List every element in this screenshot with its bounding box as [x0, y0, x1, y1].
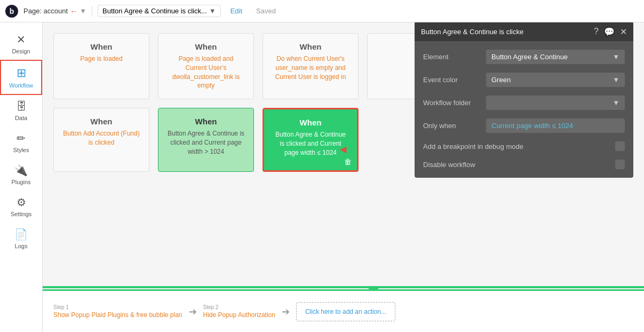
- sidebar-item-data[interactable]: 🗄 Data: [0, 95, 42, 127]
- step-arrow-1: ➔: [189, 306, 197, 318]
- close-icon[interactable]: ✕: [620, 27, 627, 37]
- settings-icon: ⚙: [17, 196, 26, 209]
- workflow-card-6[interactable]: When Button Agree & Continue is clicked …: [158, 108, 254, 172]
- only-when-value[interactable]: Current page width ≤ 1024: [486, 118, 625, 133]
- event-color-caret: ▼: [613, 76, 619, 84]
- card3-desc: Do when Current User's user_name is empt…: [272, 54, 349, 81]
- panel-title: Button Agree & Continue is clicke: [421, 28, 523, 36]
- sidebar-item-workflow-label: Workflow: [9, 82, 33, 89]
- chat-icon[interactable]: 💬: [604, 27, 615, 37]
- step-1: Step 1 Show Popup Plaid Plugins & free b…: [53, 304, 182, 319]
- debug-checkbox[interactable]: [615, 141, 625, 151]
- disable-label: Disable workflow: [423, 161, 611, 169]
- topbar: b Page: account ← ▼ Button Agree & Conti…: [0, 0, 644, 22]
- step-arrow-2: ➔: [282, 306, 290, 318]
- sidebar-item-styles-label: Styles: [13, 147, 29, 153]
- sidebar-item-plugins-label: Plugins: [11, 179, 30, 185]
- sidebar-item-data-label: Data: [15, 115, 27, 121]
- sidebar-item-logs[interactable]: 📄 Logs: [0, 223, 42, 255]
- card3-title: When: [300, 42, 322, 51]
- sidebar-item-design-label: Design: [12, 48, 30, 54]
- design-icon: ✕: [17, 33, 26, 46]
- only-when-row: Only when Current page width ≤ 1024: [423, 118, 625, 133]
- debug-label: Add a breakpoint in debug mode: [423, 143, 611, 151]
- element-row: Element Button Agree & Continue ▼: [423, 50, 625, 64]
- styles-icon: ✏: [17, 132, 26, 145]
- debug-row: Add a breakpoint in debug mode: [423, 141, 625, 151]
- plugins-icon: 🔌: [14, 164, 28, 177]
- sidebar-item-plugins[interactable]: 🔌 Plugins: [0, 159, 42, 191]
- event-color-label: Event color: [423, 76, 482, 84]
- element-caret: ▼: [613, 53, 619, 61]
- workflow-card-3[interactable]: When Do when Current User's user_name is…: [263, 33, 359, 99]
- workflow-card-7[interactable]: When Button Agree & Continue is clicked …: [263, 108, 359, 172]
- workflow-card-5[interactable]: When Button Add Account (Fund) is clicke…: [53, 108, 149, 172]
- divider: [92, 6, 92, 17]
- card6-title: When: [195, 117, 217, 126]
- panel-header: Button Agree & Continue is clicke ? 💬 ✕: [415, 22, 633, 41]
- card2-desc: Page is loaded and Current User's dwolla…: [167, 54, 245, 90]
- sidebar-item-styles[interactable]: ✏ Styles: [0, 127, 42, 159]
- panel-body: Element Button Agree & Continue ▼ Event …: [415, 41, 633, 178]
- sidebar-item-settings-label: Settings: [11, 211, 32, 217]
- card2-title: When: [195, 42, 217, 51]
- logo: b: [5, 5, 18, 18]
- step2-text[interactable]: Hide Popup Authorization: [203, 311, 275, 319]
- card7-desc: Button Agree & Continue is clicked and C…: [273, 130, 348, 157]
- content-area: When Page is loaded When Page is loaded …: [43, 22, 644, 332]
- workflow-folder-row: Workflow folder ▼: [423, 96, 625, 110]
- card1-desc: Page is loaded: [80, 54, 122, 64]
- card5-desc: Button Add Account (Fund) is clicked: [62, 129, 140, 147]
- green-divider-bar: [43, 286, 644, 288]
- element-label: Element: [423, 53, 482, 61]
- saved-label: Saved: [252, 5, 280, 17]
- workflow-folder-select[interactable]: ▼: [486, 96, 625, 110]
- back-arrow: ←: [70, 7, 77, 15]
- page-caret: ▼: [79, 7, 86, 15]
- workflow-dropdown[interactable]: Button Agree & Continue is click... ▼: [98, 5, 221, 17]
- panel-icons: ? 💬 ✕: [594, 27, 627, 37]
- card5-title: When: [91, 117, 113, 126]
- workflow-card-2[interactable]: When Page is loaded and Current User's d…: [158, 33, 254, 99]
- step-2: Step 2 Hide Popup Authorization: [203, 304, 275, 319]
- page-label: Page: account: [23, 7, 68, 15]
- help-icon[interactable]: ?: [594, 27, 599, 37]
- workflow-icon: ⊞: [17, 66, 26, 80]
- step1-text[interactable]: Show Popup Plaid Plugins & free bubble p…: [53, 311, 182, 319]
- disable-checkbox[interactable]: [615, 160, 625, 169]
- red-arrow-icon: ◀: [340, 144, 346, 154]
- card1-title: When: [91, 42, 113, 51]
- element-select[interactable]: Button Agree & Continue ▼: [486, 50, 625, 64]
- step1-label: Step 1: [53, 304, 182, 310]
- right-panel: Button Agree & Continue is clicke ? 💬 ✕ …: [415, 22, 633, 178]
- disable-row: Disable workflow: [423, 160, 625, 169]
- step-add-button[interactable]: Click here to add an action...: [296, 302, 395, 321]
- edit-button[interactable]: Edit: [226, 5, 247, 17]
- sidebar-item-settings[interactable]: ⚙ Settings: [0, 191, 42, 223]
- event-color-row: Event color Green ▼: [423, 73, 625, 87]
- element-value: Button Agree & Continue: [491, 53, 568, 61]
- workflow-dropdown-label: Button Agree & Continue is click...: [102, 7, 207, 15]
- sidebar-item-workflow[interactable]: ⊞ Workflow: [0, 60, 42, 95]
- main-layout: ✕ Design ⊞ Workflow 🗄 Data ✏ Styles 🔌 Pl…: [0, 22, 644, 332]
- trash-icon[interactable]: 🗑: [344, 157, 352, 166]
- event-color-value: Green: [491, 76, 511, 84]
- page-selector[interactable]: Page: account ← ▼: [23, 7, 86, 15]
- only-when-label: Only when: [423, 122, 482, 130]
- steps-bar: Step 1 Show Popup Plaid Plugins & free b…: [43, 289, 644, 332]
- workflow-folder-caret: ▼: [613, 99, 619, 107]
- sidebar-item-design[interactable]: ✕ Design: [0, 28, 42, 60]
- sidebar: ✕ Design ⊞ Workflow 🗄 Data ✏ Styles 🔌 Pl…: [0, 22, 43, 332]
- workflow-folder-label: Workflow folder: [423, 99, 482, 107]
- dropdown-caret: ▼: [209, 7, 216, 15]
- card7-title: When: [300, 118, 322, 127]
- event-color-select[interactable]: Green ▼: [486, 73, 625, 87]
- logs-icon: 📄: [14, 228, 28, 241]
- data-icon: 🗄: [16, 100, 27, 113]
- workflow-card-1[interactable]: When Page is loaded: [53, 33, 149, 99]
- sidebar-item-logs-label: Logs: [15, 243, 28, 249]
- card6-desc: Button Agree & Continue is clicked and C…: [167, 129, 245, 156]
- step2-label: Step 2: [203, 304, 275, 310]
